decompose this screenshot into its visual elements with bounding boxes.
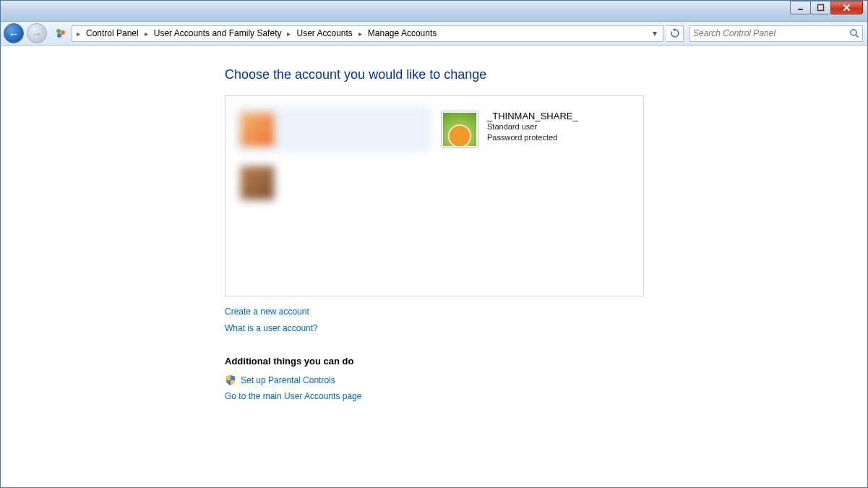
refresh-icon <box>670 28 680 38</box>
breadcrumb-item[interactable]: Control Panel <box>82 26 143 41</box>
navigation-bar: ← → ▸ Control Panel ▸ User Accounts and … <box>1 22 867 46</box>
svg-point-2 <box>56 29 61 33</box>
maximize-button[interactable] <box>810 1 831 14</box>
account-tile[interactable] <box>236 160 431 206</box>
close-button[interactable] <box>830 1 863 14</box>
address-breadcrumb[interactable]: ▸ Control Panel ▸ User Accounts and Fami… <box>72 25 663 42</box>
search-icon <box>849 28 859 38</box>
chevron-right-icon: ▸ <box>75 30 82 38</box>
svg-rect-0 <box>798 9 803 10</box>
avatar <box>441 111 478 148</box>
breadcrumb-item[interactable]: Manage Accounts <box>364 26 441 41</box>
parental-controls-link[interactable]: Set up Parental Controls <box>241 372 335 389</box>
arrow-right-icon: → <box>32 27 43 40</box>
shield-icon <box>225 374 236 386</box>
avatar <box>239 111 276 148</box>
user-accounts-icon <box>54 27 67 40</box>
svg-rect-1 <box>818 5 824 11</box>
account-tile[interactable] <box>236 106 431 153</box>
content-area: Choose the account you would like to cha… <box>1 46 867 405</box>
svg-point-4 <box>57 33 61 38</box>
page-title: Choose the account you would like to cha… <box>225 67 867 82</box>
breadcrumb-dropdown[interactable]: ▾ <box>648 28 661 38</box>
svg-point-5 <box>851 30 856 35</box>
svg-point-3 <box>61 30 65 35</box>
create-account-link[interactable]: Create a new account <box>225 304 867 320</box>
account-status: Password protected <box>487 132 578 143</box>
window-titlebar <box>1 1 867 22</box>
svg-line-6 <box>856 35 859 38</box>
chevron-right-icon: ▸ <box>143 30 150 38</box>
chevron-right-icon: ▸ <box>285 30 292 38</box>
account-name: _THINMAN_SHARE_ <box>487 111 578 121</box>
account-type: Standard user <box>487 121 578 132</box>
forward-button[interactable]: → <box>27 23 47 43</box>
minimize-button[interactable] <box>790 1 811 14</box>
chevron-right-icon: ▸ <box>357 30 364 38</box>
avatar <box>239 164 276 202</box>
arrow-left-icon: ← <box>9 27 20 40</box>
search-box[interactable] <box>689 25 863 42</box>
back-button[interactable]: ← <box>4 23 24 43</box>
breadcrumb-item[interactable]: User Accounts <box>292 26 356 41</box>
what-is-account-link[interactable]: What is a user account? <box>225 320 867 337</box>
account-tile[interactable]: _THINMAN_SHARE_ Standard user Password p… <box>438 106 633 153</box>
additional-section-title: Additional things you can do <box>225 356 867 367</box>
search-input[interactable] <box>693 28 849 38</box>
accounts-list: _THINMAN_SHARE_ Standard user Password p… <box>225 95 644 296</box>
main-accounts-page-link[interactable]: Go to the main User Accounts page <box>225 388 867 405</box>
refresh-button[interactable] <box>666 25 684 42</box>
breadcrumb-item[interactable]: User Accounts and Family Safety <box>150 26 286 41</box>
